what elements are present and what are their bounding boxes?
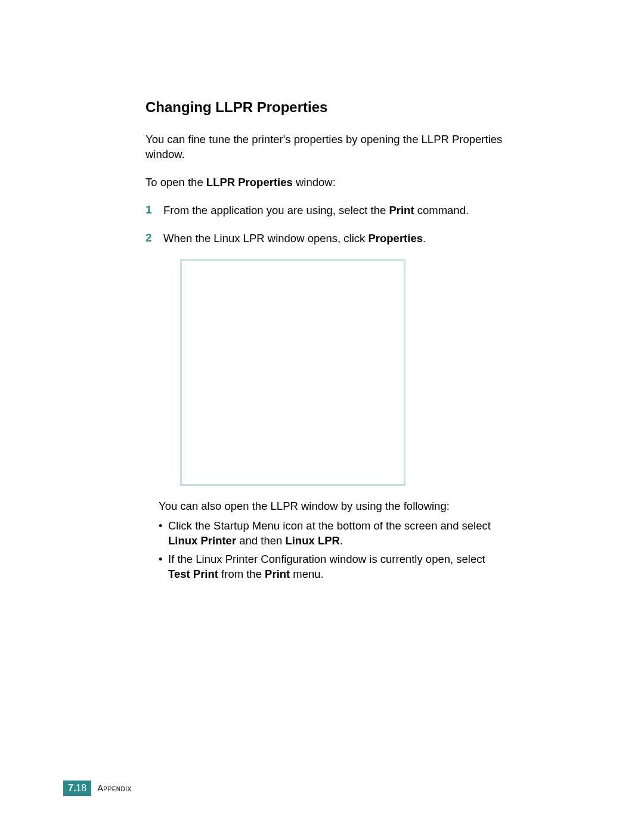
page-content: Changing LLPR Properties You can fine tu… [145, 99, 503, 586]
step-span: From the application you are using, sele… [163, 204, 389, 216]
bullet-bold-span: Print [265, 568, 290, 580]
open-bold: LLPR Properties [206, 176, 293, 188]
steps-list: 1From the application you are using, sel… [145, 203, 503, 246]
bullet-item: •If the Linux Printer Configuration wind… [159, 552, 503, 582]
step-number: 1 [145, 203, 163, 218]
open-prefix: To open the [145, 176, 206, 188]
step-bold-span: Print [389, 204, 414, 216]
section-heading: Changing LLPR Properties [145, 99, 503, 116]
bullets-list: •Click the Startup Menu icon at the bott… [159, 519, 503, 582]
page-number-badge: 7.18 [63, 781, 91, 796]
bullet-item: •Click the Startup Menu icon at the bott… [159, 519, 503, 549]
bullet-text: If the Linux Printer Configuration windo… [168, 552, 503, 582]
bullet-bold-span: Linux LPR [285, 534, 339, 547]
bullet-span: and then [236, 534, 285, 547]
bullet-bold-span: Test Print [168, 568, 218, 580]
bullet-span: If the Linux Printer Configuration windo… [168, 553, 485, 565]
bullet-span: Click the Startup Menu icon at the botto… [168, 519, 491, 532]
step-item: 2When the Linux LPR window opens, click … [145, 231, 503, 246]
screenshot-placeholder [180, 259, 405, 486]
also-paragraph: You can also open the LLPR window by usi… [159, 499, 503, 514]
step-span: command. [414, 204, 469, 216]
page-number: 18 [76, 783, 86, 793]
step-number: 2 [145, 231, 163, 246]
bullet-span: from the [218, 568, 265, 580]
open-suffix: window: [293, 176, 336, 188]
bullet-span: menu. [290, 568, 324, 580]
chapter-number: 7. [68, 783, 76, 793]
intro-paragraph: You can fine tune the printer's properti… [145, 132, 503, 162]
step-text: When the Linux LPR window opens, click P… [163, 231, 426, 246]
step-span: When the Linux LPR window opens, click [163, 232, 368, 244]
bullet-dot: • [159, 519, 168, 549]
footer-label: Appendix [97, 784, 132, 793]
step-item: 1From the application you are using, sel… [145, 203, 503, 218]
step-span: . [423, 232, 426, 244]
bullet-dot: • [159, 552, 168, 582]
open-paragraph: To open the LLPR Properties window: [145, 175, 503, 190]
bullet-span: . [340, 534, 343, 547]
step-text: From the application you are using, sele… [163, 203, 469, 218]
bullet-text: Click the Startup Menu icon at the botto… [168, 519, 503, 549]
step-bold-span: Properties [368, 232, 423, 244]
page-footer: 7.18 Appendix [63, 781, 132, 796]
bullet-bold-span: Linux Printer [168, 534, 236, 547]
